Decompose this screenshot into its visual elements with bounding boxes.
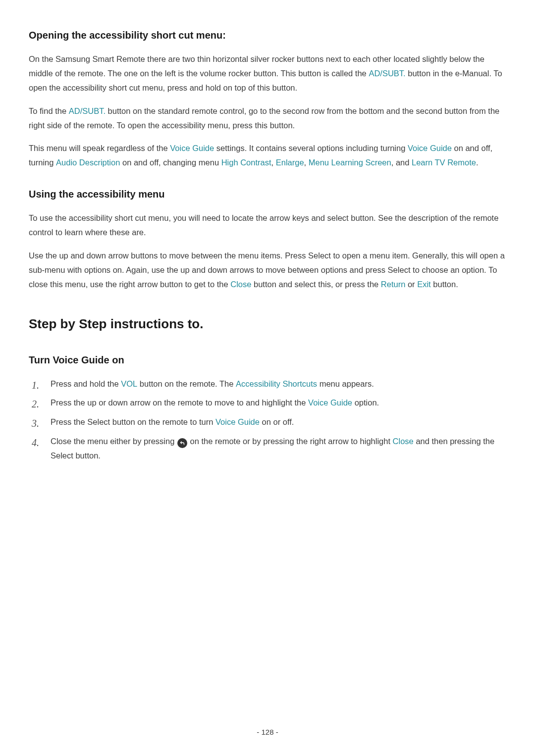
section-opening-shortcut: Opening the accessibility short cut menu… — [29, 29, 506, 170]
body-text: settings. It contains several options in… — [214, 144, 408, 152]
term-close: Close — [230, 280, 251, 289]
return-icon — [177, 438, 187, 448]
ordered-steps: Press and hold the VOL button on the rem… — [29, 377, 506, 463]
body-text: button on the remote. The — [137, 379, 236, 388]
body-text: , — [271, 158, 276, 167]
page-number: - 128 - — [0, 728, 535, 736]
term-voice-guide: Voice Guide — [408, 144, 452, 152]
paragraph: Use the up and down arrow buttons to mov… — [29, 249, 506, 292]
body-text: on and off, changing menu — [120, 158, 221, 167]
term-voice-guide: Voice Guide — [308, 398, 352, 407]
body-text: button. — [431, 280, 458, 289]
body-text: Press and hold the — [51, 379, 121, 388]
body-text: on the remote or by pressing the right a… — [188, 437, 393, 446]
body-text: Press the up or down arrow on the remote… — [51, 398, 308, 407]
term-enlarge: Enlarge — [276, 158, 304, 167]
term-voice-guide: Voice Guide — [170, 144, 214, 152]
term-voice-guide: Voice Guide — [215, 417, 260, 426]
body-text: option. — [352, 398, 379, 407]
paragraph: To find the AD/SUBT. button on the stand… — [29, 104, 506, 133]
subheading-turn-voice-guide-on: Turn Voice Guide on — [29, 353, 506, 367]
list-item: Close the menu either by pressing on the… — [29, 434, 506, 463]
body-text: , — [304, 158, 309, 167]
paragraph: On the Samsung Smart Remote there are tw… — [29, 52, 506, 95]
term-close: Close — [393, 437, 414, 446]
term-learn-tv-remote: Learn TV Remote — [412, 158, 476, 167]
section-using-accessibility-menu: Using the accessibility menu To use the … — [29, 188, 506, 291]
heading-opening-shortcut: Opening the accessibility short cut menu… — [29, 29, 506, 42]
body-text: on or off. — [260, 417, 294, 426]
heading-step-by-step: Step by Step instructions to. — [29, 316, 506, 332]
body-text: , and — [391, 158, 412, 167]
paragraph: To use the accessibility short cut menu,… — [29, 211, 506, 240]
term-audio-description: Audio Description — [56, 158, 120, 167]
term-return: Return — [381, 280, 406, 289]
body-text: . — [476, 158, 479, 167]
section-turn-voice-guide-on: Turn Voice Guide on Press and hold the V… — [29, 353, 506, 463]
term-high-contrast: High Contrast — [221, 158, 271, 167]
body-text: button and select this, or press the — [251, 280, 380, 289]
term-menu-learning-screen: Menu Learning Screen — [309, 158, 391, 167]
body-text: To find the — [29, 106, 69, 115]
body-text: This menu will speak regardless of the — [29, 144, 170, 152]
term-exit: Exit — [417, 280, 431, 289]
term-ad-subt: AD/SUBT. — [369, 69, 405, 78]
term-vol: VOL — [121, 379, 137, 388]
heading-using-accessibility-menu: Using the accessibility menu — [29, 188, 506, 201]
term-ad-subt: AD/SUBT. — [69, 106, 106, 115]
list-item: Press and hold the VOL button on the rem… — [29, 377, 506, 391]
list-item: Press the up or down arrow on the remote… — [29, 396, 506, 410]
list-item: Press the Select button on the remote to… — [29, 415, 506, 429]
body-text: Close the menu either by pressing — [51, 437, 177, 446]
paragraph: This menu will speak regardless of the V… — [29, 141, 506, 170]
body-text: Press the Select button on the remote to… — [51, 417, 215, 426]
body-text: menu appears. — [317, 379, 374, 388]
body-text: or — [405, 280, 417, 289]
term-accessibility-shortcuts: Accessibility Shortcuts — [236, 379, 317, 388]
